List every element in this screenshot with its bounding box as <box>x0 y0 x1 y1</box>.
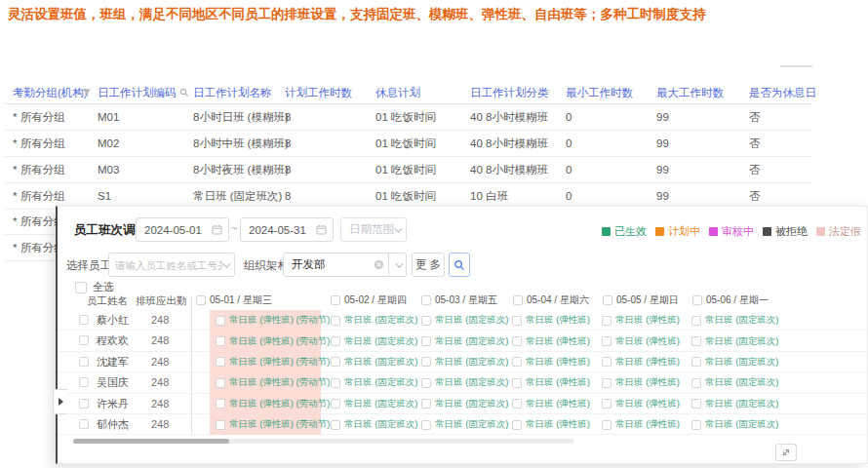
select-all-checkbox[interactable] <box>75 282 87 293</box>
date-to-input[interactable]: 2024-05-31 <box>240 217 334 242</box>
employee-search-input[interactable] <box>108 253 235 277</box>
shift-cell[interactable]: 常日班 (弹性班) <box>512 372 590 393</box>
shift-cell[interactable]: 常日班 (固定班次) <box>421 352 508 372</box>
shift-cell[interactable]: 常日班 (固定班次) <box>421 414 508 435</box>
row-checkbox[interactable] <box>79 315 89 325</box>
cell-checkbox[interactable] <box>331 357 340 367</box>
cell-checkbox[interactable] <box>421 378 431 388</box>
cell-checkbox[interactable] <box>216 399 225 409</box>
shift-cell[interactable]: 常日班 (弹性班) <box>512 414 590 435</box>
shift-cell-holiday[interactable]: 常日班 (弹性班) (劳动节) <box>210 331 321 351</box>
search-button[interactable] <box>449 253 470 277</box>
cell-checkbox[interactable] <box>512 399 522 409</box>
shift-cell[interactable]: 常日班 (固定班次) <box>421 394 508 414</box>
shift-cell[interactable]: 常日班 (固定班次) <box>331 352 417 372</box>
cell-checkbox[interactable] <box>691 420 701 430</box>
table-row[interactable]: * 所有分组 M01 8小时日班 (模糊班) 8 01 吃饭时间 40 8小时模… <box>5 104 811 131</box>
cell-checkbox[interactable] <box>216 316 225 326</box>
schedule-row[interactable]: 郁仲杰 248 常日班 (弹性班) (劳动节) 常日班 (固定班次) 常日班 (… <box>58 414 867 435</box>
cell-checkbox[interactable] <box>602 316 612 326</box>
cell-checkbox[interactable] <box>691 336 701 346</box>
cell-checkbox[interactable] <box>691 399 701 409</box>
shift-cell-holiday[interactable]: 常日班 (弹性班) (劳动节) <box>210 414 321 435</box>
cell-checkbox[interactable] <box>512 336 522 346</box>
shift-cell[interactable]: 常日班 (固定班次) <box>331 372 417 393</box>
date-column-checkbox[interactable] <box>603 295 612 305</box>
table-row[interactable]: * 所有分组 M03 8小时夜班 (模糊班) 8 01 吃饭时间 40 8小时模… <box>5 157 811 183</box>
date-column-checkbox[interactable] <box>513 295 523 305</box>
cell-checkbox[interactable] <box>691 357 701 367</box>
date-column-checkbox[interactable] <box>331 295 340 305</box>
cell-checkbox[interactable] <box>602 357 612 367</box>
shift-cell[interactable]: 常日班 (固定班次) <box>331 414 417 435</box>
date-column-checkbox[interactable] <box>421 295 431 305</box>
date-from-input[interactable]: 2024-05-01 <box>136 217 229 242</box>
shift-cell-holiday[interactable]: 常日班 (弹性班) (劳动节) <box>210 394 321 414</box>
cell-checkbox[interactable] <box>331 336 340 346</box>
cell-checkbox[interactable] <box>602 399 612 409</box>
cell-checkbox[interactable] <box>421 336 431 346</box>
schedule-row[interactable]: 蔡小红 248 常日班 (弹性班) (劳动节) 常日班 (固定班次) 常日班 (… <box>58 310 867 331</box>
search-icon[interactable] <box>179 88 189 99</box>
row-checkbox[interactable] <box>79 357 89 367</box>
more-filters-button[interactable]: 更多 <box>412 253 445 277</box>
shift-cell[interactable]: 常日班 (弹性班) <box>512 331 590 351</box>
shift-cell[interactable]: 常日班 (固定班次) <box>691 331 778 351</box>
cell-checkbox[interactable] <box>216 378 225 388</box>
shift-cell[interactable]: 常日班 (弹性班) <box>602 310 680 331</box>
shift-cell[interactable]: 常日班 (弹性班) <box>602 331 680 351</box>
cell-checkbox[interactable] <box>331 316 340 326</box>
cell-checkbox[interactable] <box>331 399 340 409</box>
shift-cell-holiday[interactable]: 常日班 (弹性班) (劳动节) <box>210 372 321 393</box>
shift-cell[interactable]: 常日班 (固定班次) <box>331 331 417 351</box>
cell-checkbox[interactable] <box>602 378 612 388</box>
clear-icon[interactable] <box>374 256 384 274</box>
cell-checkbox[interactable] <box>512 378 522 388</box>
table-row[interactable]: * 所有分组 M02 8小时中班 (模糊班) 8 01 吃饭时间 40 8小时模… <box>5 131 811 157</box>
shift-cell[interactable]: 常日班 (弹性班) <box>512 394 590 414</box>
shift-cell[interactable]: 常日班 (弹性班) <box>602 372 680 393</box>
shift-cell[interactable]: 常日班 (弹性班) <box>512 352 590 372</box>
shift-cell[interactable]: 常日班 (弹性班) <box>602 394 680 414</box>
cell-checkbox[interactable] <box>512 357 522 367</box>
date-column-checkbox[interactable] <box>196 295 206 305</box>
cell-checkbox[interactable] <box>421 357 431 367</box>
cell-checkbox[interactable] <box>216 420 225 430</box>
cell-checkbox[interactable] <box>331 420 340 430</box>
cell-checkbox[interactable] <box>691 378 701 388</box>
date-column-checkbox[interactable] <box>692 295 702 305</box>
schedule-row[interactable]: 许米丹 248 常日班 (弹性班) (劳动节) 常日班 (固定班次) 常日班 (… <box>58 394 867 414</box>
schedule-row[interactable]: 沈建军 248 常日班 (弹性班) (劳动节) 常日班 (固定班次) 常日班 (… <box>58 352 867 372</box>
row-checkbox[interactable] <box>79 399 89 409</box>
shift-cell[interactable]: 常日班 (固定班次) <box>691 372 778 393</box>
cell-checkbox[interactable] <box>691 316 701 326</box>
shift-cell[interactable]: 常日班 (固定班次) <box>331 310 417 331</box>
collapse-button[interactable] <box>775 444 797 461</box>
employee-search-field[interactable] <box>115 259 222 271</box>
cell-checkbox[interactable] <box>216 357 225 367</box>
cell-checkbox[interactable] <box>331 378 340 388</box>
shift-cell[interactable]: 常日班 (弹性班) <box>602 352 680 372</box>
shift-cell[interactable]: 常日班 (固定班次) <box>421 310 508 331</box>
select-all[interactable]: 全选 <box>75 280 114 294</box>
cell-checkbox[interactable] <box>512 316 522 326</box>
row-checkbox[interactable] <box>79 377 89 387</box>
shift-cell[interactable]: 常日班 (固定班次) <box>421 331 508 351</box>
shift-cell[interactable]: 常日班 (固定班次) <box>691 394 778 414</box>
row-checkbox[interactable] <box>79 335 89 345</box>
shift-cell[interactable]: 常日班 (固定班次) <box>421 372 508 393</box>
schedule-row[interactable]: 吴国庆 248 常日班 (弹性班) (劳动节) 常日班 (固定班次) 常日班 (… <box>58 372 867 393</box>
horizontal-scrollbar-thumb[interactable] <box>73 439 229 444</box>
schedule-row[interactable]: 程欢欢 248 常日班 (弹性班) (劳动节) 常日班 (固定班次) 常日班 (… <box>58 331 867 351</box>
org-select-input[interactable] <box>283 253 389 277</box>
cell-checkbox[interactable] <box>512 420 522 430</box>
shift-cell[interactable]: 常日班 (弹性班) <box>602 414 680 435</box>
row-expand-handle[interactable] <box>53 389 67 414</box>
cell-checkbox[interactable] <box>421 316 431 326</box>
shift-cell[interactable]: 常日班 (弹性班) <box>512 310 590 331</box>
cell-checkbox[interactable] <box>421 399 431 409</box>
shift-cell-holiday[interactable]: 常日班 (弹性班) (劳动节) <box>210 310 321 331</box>
row-checkbox[interactable] <box>79 419 89 429</box>
shift-cell[interactable]: 常日班 (固定班次) <box>691 310 778 331</box>
cell-checkbox[interactable] <box>602 336 612 346</box>
